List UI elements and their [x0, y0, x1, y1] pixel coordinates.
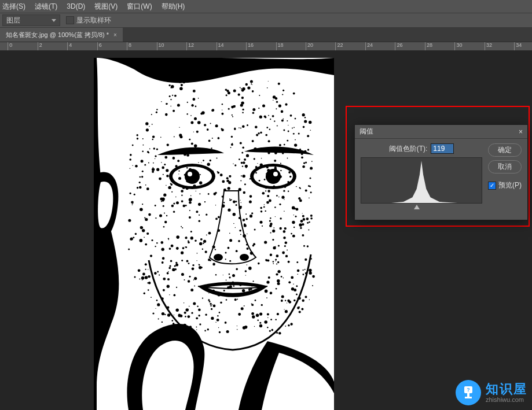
- svg-point-612: [283, 230, 286, 233]
- svg-point-713: [176, 201, 179, 204]
- svg-point-31: [244, 158, 246, 161]
- svg-point-402: [240, 142, 242, 145]
- svg-point-281: [268, 81, 269, 82]
- svg-point-110: [262, 105, 265, 108]
- close-tab-icon[interactable]: ×: [113, 32, 117, 38]
- svg-point-325: [208, 299, 210, 301]
- svg-point-258: [163, 205, 164, 207]
- ok-button[interactable]: 确定: [488, 143, 522, 157]
- svg-point-308: [141, 176, 143, 178]
- svg-point-504: [242, 125, 245, 128]
- svg-point-227: [281, 295, 284, 298]
- svg-point-453: [159, 275, 160, 276]
- svg-point-285: [269, 200, 271, 202]
- svg-point-533: [222, 104, 223, 105]
- svg-point-297: [175, 197, 177, 198]
- svg-point-665: [205, 251, 207, 253]
- svg-point-202: [211, 147, 212, 149]
- svg-point-811: [161, 162, 162, 163]
- svg-point-792: [222, 195, 223, 197]
- cancel-button[interactable]: 取消: [488, 160, 522, 173]
- svg-point-400: [276, 195, 278, 197]
- svg-point-437: [252, 84, 252, 85]
- slider-thumb-icon[interactable]: [414, 205, 420, 209]
- svg-point-498: [281, 300, 283, 302]
- layer-select[interactable]: 图层: [2, 14, 60, 26]
- svg-point-736: [192, 171, 195, 174]
- svg-point-823: [148, 213, 151, 216]
- svg-point-9: [214, 254, 223, 261]
- threshold-slider[interactable]: [361, 206, 482, 212]
- menu-select[interactable]: 选择(S): [2, 2, 25, 12]
- svg-point-143: [168, 84, 170, 86]
- svg-point-76: [187, 180, 190, 183]
- ruler-tick: 32: [485, 42, 492, 51]
- svg-point-826: [228, 181, 231, 184]
- svg-point-291: [233, 213, 236, 216]
- svg-point-181: [186, 154, 189, 157]
- svg-point-820: [203, 240, 206, 243]
- svg-point-276: [139, 278, 140, 279]
- svg-point-696: [195, 240, 196, 242]
- svg-point-265: [267, 317, 268, 318]
- svg-point-179: [137, 187, 138, 189]
- svg-point-239: [282, 119, 284, 120]
- svg-point-91: [261, 158, 262, 159]
- svg-point-414: [133, 203, 134, 204]
- dialog-titlebar[interactable]: 阈值 ×: [355, 125, 527, 139]
- svg-point-61: [223, 290, 225, 291]
- svg-point-692: [140, 176, 141, 178]
- svg-point-347: [207, 290, 208, 291]
- svg-point-403: [199, 264, 200, 265]
- svg-point-312: [148, 282, 149, 283]
- threshold-input[interactable]: [431, 143, 454, 154]
- svg-point-760: [265, 187, 267, 189]
- threshold-artwork: [94, 58, 334, 410]
- close-icon[interactable]: ×: [519, 128, 523, 136]
- ruler-tick: 16: [246, 42, 254, 51]
- svg-point-257: [243, 219, 245, 221]
- svg-point-416: [302, 113, 305, 116]
- svg-point-420: [145, 184, 146, 186]
- svg-point-264: [242, 109, 244, 110]
- svg-point-80: [219, 312, 221, 313]
- menu-filter[interactable]: 滤镜(T): [35, 2, 57, 12]
- svg-rect-831: [465, 397, 472, 398]
- menu-3d[interactable]: 3D(D): [67, 2, 85, 10]
- svg-point-175: [278, 245, 280, 246]
- document-tab[interactable]: 知名雀斑女.jpg @ 100%(蓝 拷贝/8) * ×: [0, 28, 123, 42]
- svg-point-670: [265, 290, 268, 293]
- watermark: ? 知识屋 zhishiwu.com: [456, 380, 527, 405]
- svg-point-268: [184, 174, 186, 176]
- menu-window[interactable]: 窗口(W): [127, 2, 152, 12]
- svg-point-342: [310, 167, 313, 170]
- svg-point-221: [278, 197, 280, 198]
- preview-checkbox[interactable]: ✓: [488, 182, 496, 190]
- svg-point-507: [157, 303, 160, 306]
- svg-point-815: [142, 273, 145, 276]
- svg-point-583: [184, 324, 186, 327]
- svg-point-194: [194, 277, 197, 280]
- svg-point-810: [298, 306, 300, 308]
- svg-point-671: [285, 241, 288, 244]
- svg-point-783: [241, 202, 241, 203]
- svg-point-186: [254, 229, 256, 231]
- svg-point-129: [263, 206, 265, 208]
- document-canvas[interactable]: [94, 58, 334, 410]
- svg-point-636: [280, 217, 281, 219]
- svg-point-568: [145, 276, 148, 279]
- svg-point-655: [189, 210, 190, 211]
- svg-point-367: [263, 287, 264, 289]
- svg-point-333: [285, 104, 287, 106]
- menu-help[interactable]: 帮助(H): [162, 2, 185, 12]
- svg-point-192: [304, 120, 307, 123]
- svg-point-575: [231, 136, 233, 138]
- svg-point-615: [213, 305, 216, 308]
- sample-ring-checkbox[interactable]: [66, 16, 74, 24]
- svg-point-178: [142, 171, 144, 172]
- svg-point-638: [245, 270, 247, 272]
- svg-point-64: [254, 147, 256, 150]
- menu-view[interactable]: 视图(V): [94, 2, 118, 12]
- svg-point-788: [286, 148, 287, 149]
- svg-point-87: [280, 152, 280, 152]
